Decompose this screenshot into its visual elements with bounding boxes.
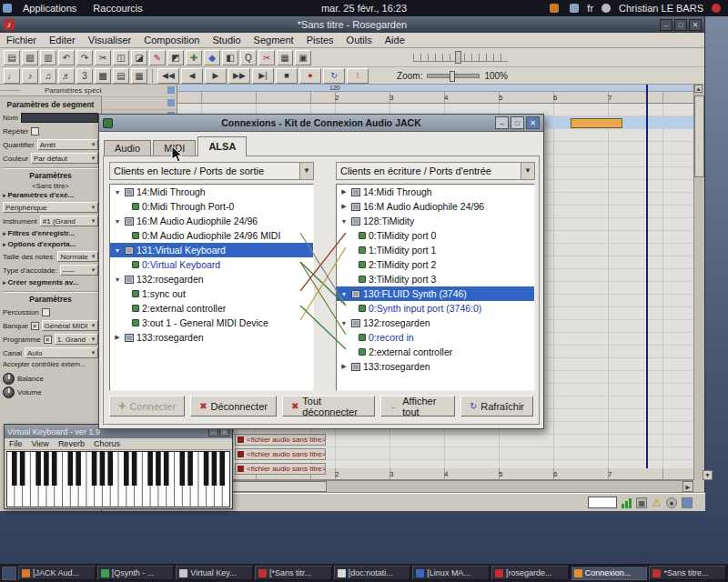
toolbar-track-grid-icon[interactable]: ▦ xyxy=(131,68,147,84)
toolbar-triplet-icon[interactable]: 3 xyxy=(76,68,93,84)
programme-combo[interactable]: 1. Grand▾ xyxy=(55,334,98,345)
toolbar-paste-icon[interactable]: ◪ xyxy=(131,50,147,65)
playback-position-pointer[interactable] xyxy=(646,85,648,468)
taskbar-item[interactable]: Connexion... xyxy=(571,566,648,580)
canal-combo[interactable]: Auto▾ xyxy=(25,347,98,358)
menu-composition[interactable]: Composition xyxy=(137,33,206,48)
jack-connections-dialog[interactable]: Connexions - Kit de Connexion Audio JACK… xyxy=(98,114,544,429)
taskbar-item[interactable]: [rosegarde... xyxy=(491,566,569,580)
quantifier-combo[interactable]: Arrêt▾ xyxy=(37,139,98,150)
toolbar-record-icon[interactable]: ● xyxy=(299,68,321,84)
toolbar-rewind-icon[interactable]: ◀ xyxy=(181,68,203,84)
writable-ports-tree[interactable]: ▶14:Midi Through▶16:M Audio Audiophile 2… xyxy=(336,184,535,391)
writable-tree-item[interactable]: 1:TiMidity port 1 xyxy=(337,243,534,257)
balance-knob[interactable] xyxy=(3,373,15,385)
taille-combo[interactable]: Normale▾ xyxy=(57,251,98,262)
midi-segment[interactable] xyxy=(571,118,622,128)
menu-pistes[interactable]: Pistes xyxy=(300,33,340,48)
toolbar-loop-icon[interactable]: ↻ xyxy=(323,68,345,84)
instrument-combo[interactable]: #1 (Grand▾ xyxy=(40,216,98,226)
toolbar-quantize-icon[interactable]: Q xyxy=(240,50,257,65)
menu-editer[interactable]: Editer xyxy=(43,33,82,48)
readable-tree-item[interactable]: 1:sync out xyxy=(110,286,313,301)
toolbar-play-icon[interactable]: ▶ xyxy=(205,68,227,84)
banque-combo[interactable]: Général MIDI▾ xyxy=(42,320,98,331)
menu-segment[interactable]: Segment xyxy=(248,33,300,48)
toolbar-rewind-to-start-icon[interactable]: ◀◀ xyxy=(157,68,179,84)
zoom-slider-large[interactable] xyxy=(413,54,508,62)
expander-open-icon[interactable]: ▼ xyxy=(339,218,349,225)
section-filtres[interactable]: ▸Filtres d'enregistr... xyxy=(3,228,98,239)
readable-tree-item[interactable]: 0:Virtual Keyboard xyxy=(110,257,313,272)
writable-tree-item[interactable]: ▶14:Midi Through xyxy=(337,185,534,199)
writable-tree-item[interactable]: 2:TiMidity port 2 xyxy=(337,257,534,272)
toolbar-resize-icon[interactable]: ◆ xyxy=(204,50,220,65)
expander-open-icon[interactable]: ▼ xyxy=(339,320,349,326)
vertical-scroll-thumb[interactable] xyxy=(694,95,704,177)
nom-field[interactable] xyxy=(21,113,98,123)
writable-tree-item[interactable]: 3:TiMidity port 3 xyxy=(337,272,534,286)
toolbar-redo-icon[interactable]: ↷ xyxy=(76,50,93,65)
piano-keyboard[interactable] xyxy=(5,450,232,512)
rosegarden-titlebar[interactable]: ♪ *Sans titre - Rosegarden – □ ✕ xyxy=(0,16,704,33)
tab-alsa[interactable]: ALSA xyxy=(197,136,247,156)
keyboard-layout-indicator[interactable]: fr xyxy=(587,0,593,16)
readable-tree-item[interactable]: ▶133:rosegarden xyxy=(110,330,313,345)
taskbar-item[interactable]: Virtual Key... xyxy=(176,566,253,580)
tab-midi[interactable]: MIDI xyxy=(153,140,196,156)
zoom-slider[interactable] xyxy=(427,74,480,78)
taskbar-item[interactable]: [Qsynth - ... xyxy=(97,566,175,580)
scroll-right-icon[interactable]: ▶ xyxy=(682,481,693,492)
writable-tree-item[interactable]: 0:Synth input port (3746:0) xyxy=(337,301,534,316)
horizontal-scrollbar[interactable]: ◀ ▶ xyxy=(177,480,693,492)
minimize-button[interactable]: – xyxy=(660,19,672,31)
maximize-button[interactable]: □ xyxy=(674,19,687,31)
writable-tree-item[interactable]: 0:record in xyxy=(337,330,534,345)
toolbar-split-icon[interactable]: ◧ xyxy=(222,50,238,65)
toolbar-matrix-icon[interactable]: ▦ xyxy=(277,50,293,65)
disconnect-button[interactable]: ✖Déconnecter xyxy=(190,396,277,416)
readable-tree-item[interactable]: ▼132:rosegarden xyxy=(110,272,313,286)
scroll-up-icon[interactable]: ▲ xyxy=(694,85,703,93)
zoom-slider-handle[interactable] xyxy=(455,51,461,64)
panel-clock[interactable]: mar. 25 févr., 16:23 xyxy=(321,0,407,16)
readable-clients-combo[interactable]: Clients en lecture / Ports de sortie ▼ xyxy=(109,162,314,180)
bar-ruler-top[interactable]: 234567 xyxy=(177,92,693,104)
menu-visualiser[interactable]: Visualiser xyxy=(82,33,138,48)
banque-checkbox[interactable]: ✕ xyxy=(31,322,39,330)
taskbar-item[interactable]: *Sans titre... xyxy=(649,566,726,580)
notification-icon[interactable] xyxy=(550,4,559,13)
expander-closed-icon[interactable]: ▶ xyxy=(339,203,349,210)
couleur-combo[interactable]: Par défaut▾ xyxy=(31,153,98,164)
vkeybd-menu-chorus[interactable]: Chorus xyxy=(94,439,120,448)
writable-tree-item[interactable]: 0:TiMidity port 0 xyxy=(337,228,534,243)
toolbar-note-sixteenth-icon[interactable]: ♬ xyxy=(58,68,75,84)
writable-tree-item[interactable]: 2:external controller xyxy=(337,345,534,359)
panel-menu-raccourcis[interactable]: Raccourcis xyxy=(85,0,150,16)
percussion-checkbox[interactable] xyxy=(42,308,50,316)
toolbar-note-quarter-icon[interactable]: ♩ xyxy=(4,68,20,84)
writable-tree-item[interactable]: ▶133:rosegarden xyxy=(337,359,534,374)
vertical-scrollbar[interactable]: ▲ ▼ xyxy=(693,85,704,480)
readable-tree-item[interactable]: 3:out 1 - General MIDI Device xyxy=(110,316,313,330)
warning-icon[interactable]: ⚠ xyxy=(652,497,662,508)
scroll-down-icon[interactable]: ▼ xyxy=(703,470,713,480)
audio-segment[interactable]: <fichier audio sans titre> xyxy=(235,463,326,475)
metronome-icon[interactable]: ▦ xyxy=(636,497,647,508)
expander-open-icon[interactable]: ▼ xyxy=(339,291,349,297)
toolbar-event-list-icon[interactable]: ▤ xyxy=(113,68,129,84)
logout-icon[interactable] xyxy=(712,4,721,13)
dialog-maximize-button[interactable]: □ xyxy=(511,116,524,129)
toolbar-stop-icon[interactable]: ■ xyxy=(276,68,298,84)
toolbar-note-beamed-icon[interactable]: ♫ xyxy=(40,68,56,84)
dialog-close-button[interactable]: ✕ xyxy=(526,116,540,129)
volume-icon[interactable] xyxy=(570,4,579,13)
toolbar-notation-icon[interactable]: ▣ xyxy=(295,50,311,65)
writable-tree-item[interactable]: ▼132:rosegarden xyxy=(337,316,534,330)
readable-tree-item[interactable]: ▼16:M Audio Audiophile 24/96 xyxy=(110,214,313,228)
toolbar-delete-icon[interactable]: ✂ xyxy=(258,50,275,65)
readable-tree-item[interactable]: ▼14:Midi Through xyxy=(110,185,313,199)
user-name[interactable]: Christian LE BARS xyxy=(619,0,703,16)
readable-tree-item[interactable]: ▼131:Virtual Keyboard xyxy=(110,243,313,257)
toolbar-new-file-icon[interactable]: ▤ xyxy=(4,50,20,65)
